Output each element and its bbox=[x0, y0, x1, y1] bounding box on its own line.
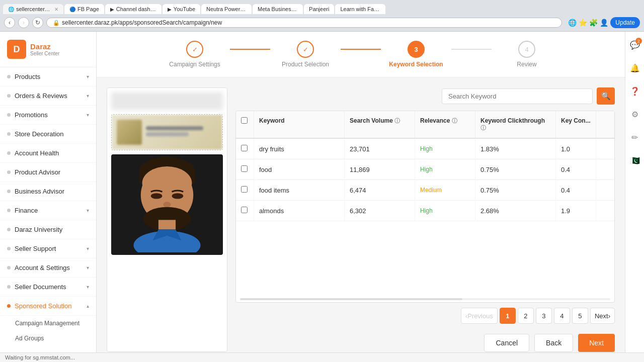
row-checkbox-3[interactable] bbox=[236, 180, 254, 200]
cell-relevance-3: Medium bbox=[415, 180, 475, 200]
back-button[interactable]: Back bbox=[534, 334, 573, 352]
sidebar-dot bbox=[7, 94, 11, 98]
sidebar-item-sponsored-solution[interactable]: Sponsored Solution ▴ bbox=[0, 297, 96, 316]
url-text: sellercenter.daraz.pk/apps/sponsoredSear… bbox=[62, 19, 222, 26]
tab-channel[interactable]: ▶Channel dashboar... bbox=[105, 4, 162, 14]
sidebar-item-business-advisor[interactable]: Business Advisor bbox=[0, 182, 96, 201]
url-bar[interactable]: 🔒 sellercenter.daraz.pk/apps/sponsoredSe… bbox=[46, 18, 562, 28]
page-button-4[interactable]: 4 bbox=[554, 308, 570, 324]
product-card-inner bbox=[112, 115, 222, 150]
step-circle-3: 3 bbox=[408, 41, 425, 58]
sidebar-label-store: Store Decoration bbox=[15, 130, 64, 138]
cell-keycon-1: 1.0 bbox=[556, 139, 596, 159]
page-button-3[interactable]: 3 bbox=[536, 308, 552, 324]
pagination: ‹ Previous 1 2 3 4 5 Next › bbox=[235, 303, 615, 329]
sidebar-dot bbox=[7, 190, 11, 193]
notification-icon-btn[interactable]: 🔔 bbox=[628, 61, 642, 75]
sidebar-item-account-settings[interactable]: Account & Settings ▾ bbox=[0, 258, 96, 278]
step-connector-2 bbox=[341, 49, 381, 50]
row-checkbox-2[interactable] bbox=[236, 159, 254, 179]
select-all-checkbox[interactable] bbox=[241, 117, 248, 124]
search-input[interactable] bbox=[442, 88, 593, 104]
update-button[interactable]: Update bbox=[610, 17, 640, 28]
edit-icon-btn[interactable]: ✏ bbox=[628, 130, 642, 144]
sidebar-item-seller-documents[interactable]: Seller Documents ▾ bbox=[0, 278, 96, 297]
tab-yt[interactable]: ▶YouTube bbox=[163, 4, 200, 14]
extension-icon-1[interactable]: 🌐 bbox=[568, 19, 577, 27]
table-row: dry fruits 23,701 High 1.83% 1.0 bbox=[236, 139, 614, 159]
info-icon-relevance[interactable]: ⓘ bbox=[452, 118, 457, 124]
tab-panjeeri[interactable]: Panjeeri bbox=[304, 4, 334, 14]
sidebar-item-product-advisor[interactable]: Product Advisor bbox=[0, 163, 96, 182]
message-icon-btn[interactable]: 💬 2 bbox=[628, 38, 642, 52]
step-circle-1: ✓ bbox=[186, 41, 203, 58]
active-tab[interactable]: 🌐 sellercenter.daraz... ✕ bbox=[3, 4, 63, 14]
sidebar-item-store-decoration[interactable]: Store Decoration bbox=[0, 125, 96, 144]
cell-keycon-4: 1.9 bbox=[556, 201, 596, 221]
step-label-2: Product Selection bbox=[282, 61, 329, 68]
clickthrough-label: Keyword Clickthrough bbox=[480, 117, 545, 124]
sidebar-item-seller-support[interactable]: Seller Support ▾ bbox=[0, 239, 96, 258]
sidebar-dot bbox=[7, 209, 11, 212]
sidebar-item-products[interactable]: Products ▾ bbox=[0, 67, 96, 86]
chevron-down-icon: ▾ bbox=[87, 208, 89, 213]
chevron-down-icon: ▾ bbox=[87, 284, 89, 290]
help-icon-btn[interactable]: ❓ bbox=[628, 84, 642, 98]
sidebar-item-orders[interactable]: Orders & Reviews ▾ bbox=[0, 86, 96, 106]
tab-meta[interactable]: Meta Business Sui... bbox=[253, 4, 303, 14]
sidebar-item-daraz-university[interactable]: Daraz University bbox=[0, 220, 96, 239]
extension-icon-4[interactable]: 👤 bbox=[600, 19, 608, 27]
chevron-down-icon: ▾ bbox=[87, 112, 89, 118]
info-icon-clickthrough[interactable]: ⓘ bbox=[480, 125, 486, 131]
cancel-button[interactable]: Cancel bbox=[484, 334, 529, 352]
col-clickthrough: Keyword Clickthrough ⓘ bbox=[475, 111, 556, 138]
prev-page-button[interactable]: ‹ Previous bbox=[461, 308, 498, 324]
prev-label: Previous bbox=[467, 312, 493, 320]
settings-icon-btn[interactable]: ⚙ bbox=[628, 107, 642, 121]
info-icon-search-volume[interactable]: ⓘ bbox=[394, 118, 400, 124]
sidebar-item-promotions[interactable]: Promotions ▾ bbox=[0, 106, 96, 125]
app-wrapper: 🌐 sellercenter.daraz... ✕ 🔵FB Page ▶Chan… bbox=[0, 0, 644, 362]
sidebar-item-account-health[interactable]: Account Health bbox=[0, 144, 96, 163]
table-row: almonds 6,302 High 2.68% 1.9 bbox=[236, 201, 614, 221]
app-body: D Daraz Seller Center Products ▾ Orders … bbox=[0, 32, 644, 362]
sidebar-dot bbox=[7, 304, 11, 308]
page-button-5[interactable]: 5 bbox=[572, 308, 588, 324]
reload-btn[interactable]: ↻ bbox=[32, 17, 43, 28]
tab-fawaz[interactable]: Learn with Fawaz... bbox=[335, 4, 385, 14]
browser-chrome: ‹ › ↻ 🔒 sellercenter.daraz.pk/apps/spons… bbox=[0, 14, 644, 32]
page-button-2[interactable]: 2 bbox=[518, 308, 534, 324]
next-page-button[interactable]: Next › bbox=[590, 308, 615, 324]
step-connector-3 bbox=[451, 49, 492, 50]
col-checkbox bbox=[236, 111, 254, 138]
row-checkbox-1[interactable] bbox=[236, 139, 254, 159]
step-label-1: Campaign Settings bbox=[169, 61, 220, 68]
extension-icon-3[interactable]: 🧩 bbox=[589, 19, 598, 27]
search-button[interactable]: 🔍 bbox=[597, 87, 615, 105]
svg-point-7 bbox=[163, 202, 171, 207]
table-row: food 11,869 High 0.75% 0.4 bbox=[236, 159, 614, 180]
sidebar-sub-campaign-management[interactable]: Campaign Management bbox=[0, 316, 96, 331]
page-button-1[interactable]: 1 bbox=[500, 308, 516, 324]
next-button[interactable]: Next bbox=[578, 334, 615, 352]
sidebar-item-finance[interactable]: Finance ▾ bbox=[0, 201, 96, 220]
table-row: food items 6,474 Medium 0.75% 0.4 bbox=[236, 180, 614, 201]
step-circle-2: ✓ bbox=[297, 41, 314, 58]
back-nav-btn[interactable]: ‹ bbox=[4, 17, 15, 28]
cell-clickthrough-1: 1.83% bbox=[475, 139, 556, 159]
tab-neutra[interactable]: Neutra Power - Ho... bbox=[201, 4, 252, 14]
sidebar-dot bbox=[7, 285, 11, 289]
forward-nav-btn[interactable]: › bbox=[18, 17, 29, 28]
step-campaign-settings: ✓ Campaign Settings bbox=[159, 41, 230, 68]
cell-keyword-2: food bbox=[254, 160, 345, 179]
cell-relevance-4: High bbox=[415, 201, 475, 220]
sidebar-sub-ad-groups[interactable]: Ad Groups bbox=[0, 331, 96, 346]
tab-fb[interactable]: 🔵FB Page bbox=[64, 4, 104, 14]
main-content: ✓ Campaign Settings ✓ Product Selection … bbox=[97, 32, 625, 362]
content-area: Selected Products bbox=[97, 77, 625, 362]
status-text: Waiting for sg.mmstat.com... bbox=[5, 354, 75, 360]
right-panel: 💬 2 🔔 ❓ ⚙ ✏ 🇵🇰 bbox=[625, 32, 644, 362]
extension-icon-2[interactable]: ⭐ bbox=[579, 19, 587, 27]
row-checkbox-4[interactable] bbox=[236, 201, 254, 221]
sidebar-label-sponsored: Sponsored Solution bbox=[15, 302, 71, 310]
